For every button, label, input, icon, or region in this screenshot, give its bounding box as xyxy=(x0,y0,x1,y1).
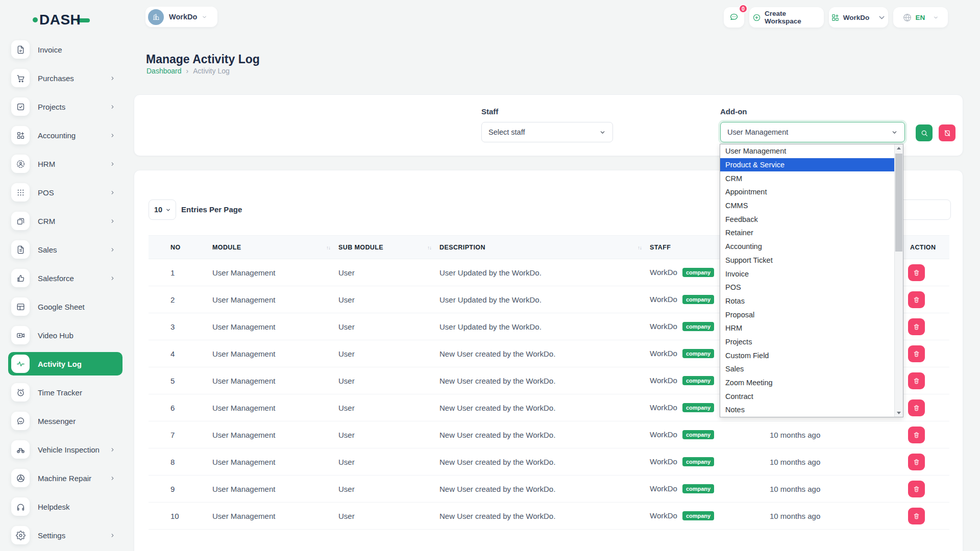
sidebar-item[interactable]: Invoice xyxy=(8,38,122,61)
addon-option[interactable]: POS xyxy=(720,281,895,294)
sidebar-item[interactable]: Machine Repair xyxy=(8,466,122,490)
addon-option[interactable]: Feedback xyxy=(720,212,895,226)
entries-per-page-value: 10 xyxy=(154,206,162,214)
cell-description: New User created by the WorkDo. xyxy=(439,503,650,530)
sidebar-item[interactable]: Activity Log xyxy=(8,352,122,375)
addon-option[interactable]: Retainer xyxy=(720,226,895,240)
addon-option[interactable]: HRM xyxy=(720,321,895,335)
chevron-down-icon xyxy=(165,207,171,213)
sidebar-item[interactable]: Google Sheet xyxy=(8,295,122,318)
messages-button[interactable]: 0 xyxy=(724,7,744,28)
cell-sub-module: User xyxy=(338,394,439,421)
delete-button[interactable] xyxy=(908,481,925,497)
cell-staff: WorkDocompany xyxy=(650,421,770,448)
sidebar-item[interactable]: Projects xyxy=(8,95,122,118)
addon-option[interactable]: Custom Field xyxy=(720,348,895,362)
workspace-switcher[interactable]: WorkDo xyxy=(145,7,217,27)
create-workspace-button[interactable]: Create Workspace xyxy=(749,7,824,28)
entries-per-page-label: Entries Per Page xyxy=(181,205,242,214)
addon-select[interactable]: User Management xyxy=(720,122,905,142)
sidebar-item[interactable]: Time Tracker xyxy=(8,381,122,404)
addon-option[interactable]: Zoom Meeting xyxy=(720,376,895,390)
staff-name: WorkDo xyxy=(650,322,677,331)
cell-date: 10 months ago xyxy=(770,475,906,503)
cell-action xyxy=(906,475,949,503)
staff-company-badge: company xyxy=(682,511,714,520)
addon-option[interactable]: Sales xyxy=(720,362,895,376)
scrollbar-thumb[interactable] xyxy=(895,154,902,252)
addon-option[interactable]: User Management xyxy=(720,144,895,158)
cell-sub-module: User xyxy=(338,340,439,367)
scroll-down-icon[interactable] xyxy=(895,409,903,417)
cell-action xyxy=(906,421,949,448)
addon-option[interactable]: Contract xyxy=(720,389,895,403)
language-selector[interactable]: EN xyxy=(893,7,948,28)
delete-button[interactable] xyxy=(908,427,925,443)
chevron-right-icon xyxy=(110,161,115,167)
sidebar-item[interactable]: Messenger xyxy=(8,409,122,433)
table-row: 7 User Management User New User created … xyxy=(149,421,949,448)
scroll-up-icon[interactable] xyxy=(895,144,903,152)
addon-option[interactable]: Notes xyxy=(720,403,895,417)
cell-sub-module: User xyxy=(338,421,439,448)
delete-button[interactable] xyxy=(908,318,925,335)
delete-button[interactable] xyxy=(908,454,925,470)
staff-name: WorkDo xyxy=(650,511,677,520)
addon-option[interactable]: Product & Service xyxy=(720,158,895,172)
delete-button[interactable] xyxy=(908,345,925,362)
sort-icon[interactable]: ↑↓ xyxy=(638,244,642,250)
delete-button[interactable] xyxy=(908,291,925,308)
sidebar-item[interactable]: Settings xyxy=(8,523,122,547)
page-title: Manage Activity Log xyxy=(146,53,260,66)
delete-button[interactable] xyxy=(908,372,925,389)
entries-per-page-select[interactable]: 10 xyxy=(149,199,176,220)
sidebar-item[interactable]: CRM xyxy=(8,209,122,233)
addon-option[interactable]: Proposal xyxy=(720,308,895,321)
addon-option[interactable]: Invoice xyxy=(720,267,895,281)
cell-sub-module: User xyxy=(338,286,439,313)
sidebar-item[interactable]: POS xyxy=(8,181,122,204)
column-sub-module[interactable]: SUB MODULE↑↓ xyxy=(338,236,439,259)
delete-button[interactable] xyxy=(908,399,925,416)
delete-button[interactable] xyxy=(908,508,925,524)
dropdown-scrollbar[interactable] xyxy=(894,144,903,417)
sidebar-item-label: CRM xyxy=(38,217,55,226)
cell-description: New User created by the WorkDo. xyxy=(439,394,650,421)
sidebar-item[interactable]: HRM xyxy=(8,152,122,176)
sidebar-item[interactable]: Salesforce xyxy=(8,266,122,290)
sidebar-item[interactable]: Accounting xyxy=(8,123,122,147)
reset-filter-button[interactable] xyxy=(939,124,955,141)
sidebar-item-label: Accounting xyxy=(38,131,76,140)
sidebar-item-label: Projects xyxy=(38,103,65,111)
sidebar-item[interactable]: Video Hub xyxy=(8,323,122,347)
staff-select-value: Select staff xyxy=(488,128,525,136)
cell-description: New User created by the WorkDo. xyxy=(439,367,650,394)
app-logo[interactable]: DASH xyxy=(33,12,90,28)
column-module[interactable]: MODULE↑↓ xyxy=(212,236,338,259)
sort-icon[interactable]: ↑↓ xyxy=(326,244,330,250)
addon-option[interactable]: Support Ticket xyxy=(720,254,895,267)
breadcrumb-dashboard-link[interactable]: Dashboard xyxy=(146,67,182,75)
addon-option[interactable]: Projects xyxy=(720,335,895,349)
workspace-name: WorkDo xyxy=(169,13,197,21)
addon-option[interactable]: CRM xyxy=(720,171,895,185)
sidebar-item[interactable]: Helpdesk xyxy=(8,495,122,518)
sidebar-item[interactable]: Sales xyxy=(8,238,122,261)
trash-icon xyxy=(913,350,920,358)
apply-filter-button[interactable] xyxy=(916,124,933,141)
addon-option[interactable]: Accounting xyxy=(720,240,895,254)
delete-button[interactable] xyxy=(908,264,925,281)
addon-option[interactable]: Appointment xyxy=(720,185,895,199)
chevron-right-icon xyxy=(110,104,115,110)
column-description[interactable]: DESCRIPTION↑↓ xyxy=(439,236,650,259)
workdo-menu-button[interactable]: WorkDo xyxy=(829,7,888,28)
cell-module: User Management xyxy=(212,421,338,448)
staff-select[interactable]: Select staff xyxy=(481,122,613,142)
sidebar-item[interactable]: Purchases xyxy=(8,66,122,90)
sidebar-item-icon xyxy=(11,412,30,430)
logo-dot-icon xyxy=(33,17,38,22)
addon-option[interactable]: Rotas xyxy=(720,294,895,308)
sidebar-item[interactable]: Vehicle Inspection xyxy=(8,438,122,461)
addon-option[interactable]: CMMS xyxy=(720,199,895,213)
sort-icon[interactable]: ↑↓ xyxy=(427,244,431,250)
